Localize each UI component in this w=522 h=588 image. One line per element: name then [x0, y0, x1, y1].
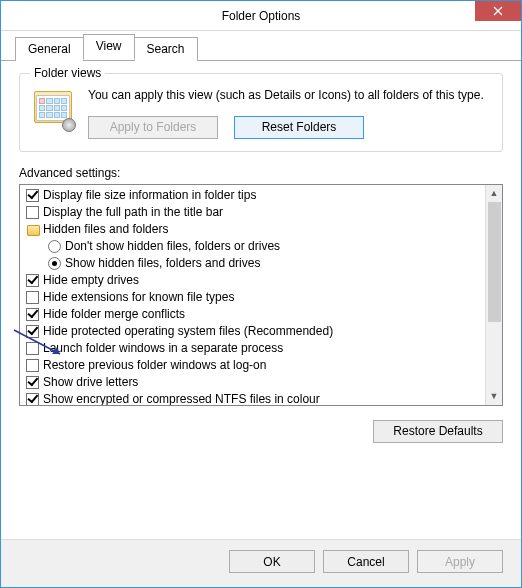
- window-title: Folder Options: [222, 9, 301, 23]
- checkbox[interactable]: [26, 376, 39, 389]
- list-item[interactable]: Display the full path in the title bar: [22, 204, 483, 221]
- cancel-button[interactable]: Cancel: [323, 550, 409, 573]
- tab-search[interactable]: Search: [134, 37, 198, 61]
- list-item-label: Launch folder windows in a separate proc…: [43, 341, 283, 355]
- radio[interactable]: [48, 240, 61, 253]
- list-item-label: Display file size information in folder …: [43, 188, 256, 202]
- advanced-settings-label: Advanced settings:: [19, 166, 503, 180]
- scroll-thumb[interactable]: [488, 202, 501, 322]
- folder-views-label: Folder views: [30, 66, 105, 80]
- list-item[interactable]: Restore previous folder windows at log-o…: [22, 357, 483, 374]
- list-item[interactable]: Hide protected operating system files (R…: [22, 323, 483, 340]
- checkbox[interactable]: [26, 291, 39, 304]
- list-item[interactable]: Display file size information in folder …: [22, 187, 483, 204]
- dialog-button-row: OK Cancel Apply: [1, 539, 521, 587]
- close-icon: [493, 6, 503, 16]
- reset-folders-button[interactable]: Reset Folders: [234, 116, 364, 139]
- list-item-label: Show drive letters: [43, 375, 138, 389]
- folder-options-icon: [32, 88, 76, 132]
- list-item-label: Restore previous folder windows at log-o…: [43, 358, 266, 372]
- list-item-label: Hide empty drives: [43, 273, 139, 287]
- checkbox[interactable]: [26, 359, 39, 372]
- folder-views-group: Folder views You can apply this view (su…: [19, 73, 503, 152]
- checkbox[interactable]: [26, 325, 39, 338]
- list-item[interactable]: Hide empty drives: [22, 272, 483, 289]
- checkbox[interactable]: [26, 274, 39, 287]
- list-item[interactable]: Show hidden files, folders and drives: [22, 255, 483, 272]
- list-item[interactable]: Hide extensions for known file types: [22, 289, 483, 306]
- list-item: Hidden files and folders: [22, 221, 483, 238]
- list-item-label: Display the full path in the title bar: [43, 205, 223, 219]
- list-item[interactable]: Show encrypted or compressed NTFS files …: [22, 391, 483, 405]
- radio[interactable]: [48, 257, 61, 270]
- apply-to-folders-button: Apply to Folders: [88, 116, 218, 139]
- list-item-label: Show encrypted or compressed NTFS files …: [43, 392, 320, 405]
- list-item-label: Hide extensions for known file types: [43, 290, 234, 304]
- ok-button[interactable]: OK: [229, 550, 315, 573]
- checkbox[interactable]: [26, 308, 39, 321]
- scrollbar[interactable]: ▲ ▼: [485, 185, 502, 405]
- checkbox[interactable]: [26, 342, 39, 355]
- titlebar: Folder Options: [1, 1, 521, 31]
- advanced-settings-list[interactable]: Display file size information in folder …: [19, 184, 503, 406]
- checkbox[interactable]: [26, 189, 39, 202]
- list-item[interactable]: Hide folder merge conflicts: [22, 306, 483, 323]
- list-item[interactable]: Show drive letters: [22, 374, 483, 391]
- tab-view[interactable]: View: [83, 34, 135, 60]
- tab-general[interactable]: General: [15, 37, 84, 61]
- list-item-label: Show hidden files, folders and drives: [65, 256, 260, 270]
- apply-button: Apply: [417, 550, 503, 573]
- tab-content: Folder views You can apply this view (su…: [1, 61, 521, 453]
- list-item-label: Hide folder merge conflicts: [43, 307, 185, 321]
- list-item[interactable]: Don't show hidden files, folders or driv…: [22, 238, 483, 255]
- scroll-up-button[interactable]: ▲: [486, 185, 502, 202]
- scroll-down-button[interactable]: ▼: [486, 388, 502, 405]
- folder-icon: [26, 223, 39, 236]
- list-item-label: Don't show hidden files, folders or driv…: [65, 239, 280, 253]
- list-item[interactable]: Launch folder windows in a separate proc…: [22, 340, 483, 357]
- list-item-label: Hidden files and folders: [43, 222, 168, 236]
- checkbox[interactable]: [26, 206, 39, 219]
- folder-views-text: You can apply this view (such as Details…: [88, 88, 490, 104]
- list-item-label: Hide protected operating system files (R…: [43, 324, 333, 338]
- close-button[interactable]: [475, 1, 521, 21]
- tab-strip: General View Search: [1, 31, 521, 61]
- restore-defaults-button[interactable]: Restore Defaults: [373, 420, 503, 443]
- checkbox[interactable]: [26, 393, 39, 405]
